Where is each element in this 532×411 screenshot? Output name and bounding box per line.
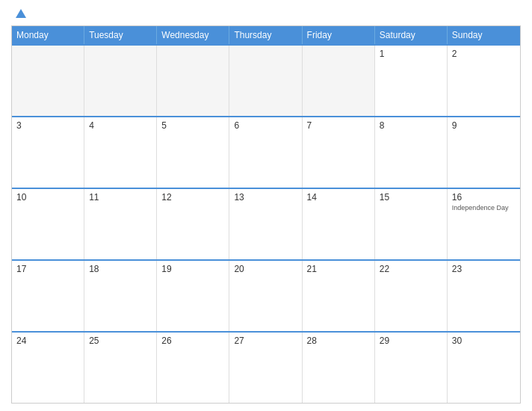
day-number: 27 bbox=[234, 336, 297, 346]
day-cell: 29 bbox=[375, 333, 448, 403]
day-number: 13 bbox=[234, 192, 297, 203]
day-cell: 10 bbox=[12, 189, 84, 259]
weeks-container: 12345678910111213141516Independence Day1… bbox=[12, 44, 520, 403]
day-cell: 6 bbox=[229, 117, 302, 188]
day-number: 8 bbox=[380, 120, 442, 131]
day-number: 20 bbox=[234, 264, 297, 274]
logo-icon bbox=[14, 7, 28, 21]
day-number: 18 bbox=[89, 264, 152, 274]
logo bbox=[13, 7, 29, 21]
week-row-3: 10111213141516Independence Day bbox=[12, 188, 520, 259]
day-number: 7 bbox=[307, 120, 370, 131]
day-number: 22 bbox=[380, 264, 442, 274]
week-row-5: 24252627282930 bbox=[12, 331, 520, 403]
day-number: 5 bbox=[161, 120, 224, 131]
page-header bbox=[11, 7, 521, 21]
day-number: 1 bbox=[380, 49, 442, 59]
day-number: 25 bbox=[89, 336, 152, 346]
day-cell: 13 bbox=[229, 189, 302, 259]
holiday-label: Independence Day bbox=[452, 204, 516, 212]
day-number: 4 bbox=[89, 120, 152, 131]
day-cell bbox=[303, 46, 375, 116]
day-cell: 7 bbox=[303, 117, 375, 188]
day-number: 3 bbox=[16, 120, 79, 131]
day-cell: 22 bbox=[375, 261, 448, 331]
day-cell: 25 bbox=[84, 333, 157, 403]
week-row-2: 3456789 bbox=[12, 116, 520, 188]
day-number: 11 bbox=[89, 192, 152, 203]
svg-marker-0 bbox=[16, 9, 26, 18]
day-number: 23 bbox=[452, 264, 516, 274]
day-cell: 18 bbox=[84, 261, 157, 331]
day-headers-row: MondayTuesdayWednesdayThursdayFridaySatu… bbox=[12, 26, 520, 44]
day-number: 30 bbox=[452, 336, 516, 346]
day-number: 6 bbox=[234, 120, 297, 131]
day-number: 15 bbox=[380, 192, 442, 203]
week-row-4: 17181920212223 bbox=[12, 259, 520, 331]
day-number: 12 bbox=[161, 192, 224, 203]
day-number: 14 bbox=[307, 192, 370, 203]
day-number: 9 bbox=[452, 120, 516, 131]
day-cell: 21 bbox=[303, 261, 375, 331]
day-cell: 26 bbox=[157, 333, 229, 403]
day-cell: 14 bbox=[303, 189, 375, 259]
day-cell bbox=[12, 46, 84, 116]
day-cell bbox=[229, 46, 302, 116]
day-header-wednesday: Wednesday bbox=[157, 26, 229, 44]
day-cell: 23 bbox=[448, 261, 520, 331]
day-number: 16 bbox=[452, 192, 516, 203]
calendar-page: MondayTuesdayWednesdayThursdayFridaySatu… bbox=[0, 0, 532, 411]
day-cell: 9 bbox=[448, 117, 520, 188]
day-cell: 15 bbox=[375, 189, 448, 259]
day-number: 26 bbox=[161, 336, 224, 346]
day-header-sunday: Sunday bbox=[448, 26, 520, 44]
day-number: 2 bbox=[452, 49, 516, 59]
day-cell: 8 bbox=[375, 117, 448, 188]
day-cell: 5 bbox=[157, 117, 229, 188]
day-cell: 20 bbox=[229, 261, 302, 331]
day-cell: 28 bbox=[303, 333, 375, 403]
day-cell: 11 bbox=[84, 189, 157, 259]
calendar-grid: MondayTuesdayWednesdayThursdayFridaySatu… bbox=[11, 25, 521, 404]
day-number: 28 bbox=[307, 336, 370, 346]
day-header-tuesday: Tuesday bbox=[84, 26, 157, 44]
day-cell: 1 bbox=[375, 46, 448, 116]
day-cell: 27 bbox=[229, 333, 302, 403]
week-row-1: 12 bbox=[12, 44, 520, 116]
day-header-thursday: Thursday bbox=[229, 26, 302, 44]
day-number: 19 bbox=[161, 264, 224, 274]
day-cell: 30 bbox=[448, 333, 520, 403]
day-cell: 3 bbox=[12, 117, 84, 188]
day-cell: 16Independence Day bbox=[448, 189, 520, 259]
day-cell: 4 bbox=[84, 117, 157, 188]
day-header-saturday: Saturday bbox=[375, 26, 448, 44]
day-cell: 19 bbox=[157, 261, 229, 331]
day-header-friday: Friday bbox=[303, 26, 375, 44]
day-cell: 2 bbox=[448, 46, 520, 116]
day-header-monday: Monday bbox=[12, 26, 84, 44]
day-cell: 12 bbox=[157, 189, 229, 259]
day-number: 29 bbox=[380, 336, 442, 346]
day-cell bbox=[157, 46, 229, 116]
day-cell: 17 bbox=[12, 261, 84, 331]
day-number: 17 bbox=[16, 264, 79, 274]
day-number: 10 bbox=[16, 192, 79, 203]
day-cell: 24 bbox=[12, 333, 84, 403]
day-number: 21 bbox=[307, 264, 370, 274]
day-number: 24 bbox=[16, 336, 79, 346]
day-cell bbox=[84, 46, 157, 116]
